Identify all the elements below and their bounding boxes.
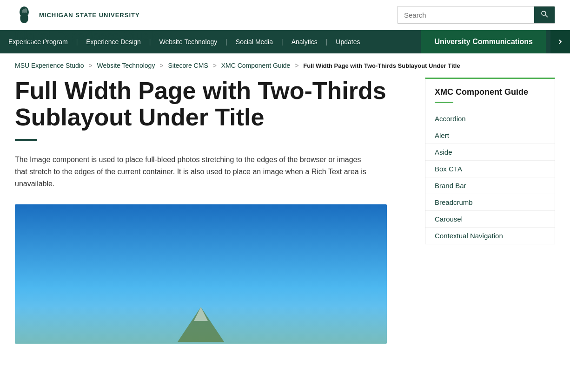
sidebar-item-alert[interactable]: Alert	[425, 127, 555, 144]
list-item: Accordion	[425, 111, 555, 127]
sidebar-item-accordion[interactable]: Accordion	[425, 111, 555, 127]
sidebar-item-brand-bar[interactable]: Brand Bar	[425, 177, 555, 194]
breadcrumb-sitecore-cms[interactable]: Sitecore CMS	[168, 62, 208, 69]
sidebar-item-breadcrumb[interactable]: Breadcrumb	[425, 194, 555, 211]
university-communications-label: University Communications	[434, 38, 533, 46]
sidebar-card: XMC Component Guide Accordion Alert Asid…	[425, 78, 555, 244]
breadcrumb-msu-experience-studio[interactable]: MSU Experience Studio	[15, 62, 84, 69]
search-icon	[541, 10, 548, 18]
sidebar-item-contextual-navigation[interactable]: Contextual Navigation	[425, 228, 555, 244]
svg-point-1	[542, 11, 546, 15]
list-item: Alert	[425, 127, 555, 144]
list-item: Box CTA	[425, 161, 555, 177]
svg-marker-4	[194, 307, 208, 321]
svg-line-2	[545, 15, 548, 17]
breadcrumb-sep-4: >	[295, 62, 298, 69]
search-button[interactable]	[534, 7, 555, 23]
breadcrumb-sep-2: >	[159, 62, 163, 69]
logo-text: MICHIGAN STATE UNIVERSITY	[39, 12, 140, 19]
sidebar-title-underline	[435, 102, 453, 103]
breadcrumb-website-technology[interactable]: Website Technology	[97, 62, 155, 69]
main-content: Full Width Page with Two-Thirds Sublayou…	[0, 78, 570, 362]
content-left: Full Width Page with Two-Thirds Sublayou…	[15, 78, 406, 344]
nav-item-analytics[interactable]: Analytics	[283, 31, 326, 53]
sidebar-item-aside[interactable]: Aside	[425, 144, 555, 161]
breadcrumb-current: Full Width Page with Two-Thirds Sublayou…	[303, 62, 460, 69]
logo-normal: UNIVERSITY	[97, 12, 140, 19]
list-item: Contextual Navigation	[425, 228, 555, 244]
logo-bold: MICHIGAN STATE	[39, 12, 97, 19]
breadcrumb-xmc-component-guide[interactable]: XMC Component Guide	[221, 62, 291, 69]
hero-image	[15, 204, 387, 344]
nav-item-website-technology[interactable]: Website Technology	[151, 31, 225, 53]
page-title: Full Width Page with Two-Thirds Sublayou…	[15, 78, 406, 131]
list-item: Carousel	[425, 211, 555, 228]
nav-item-social-media[interactable]: Social Media	[227, 31, 281, 53]
sidebar-item-carousel[interactable]: Carousel	[425, 211, 555, 228]
search-box	[397, 6, 555, 24]
sidebar-title: XMC Component Guide	[425, 79, 555, 102]
breadcrumb: MSU Experience Studio > Website Technolo…	[0, 53, 570, 78]
sidebar: XMC Component Guide Accordion Alert Asid…	[425, 78, 555, 344]
title-underline	[15, 139, 37, 141]
chevron-right-icon	[557, 39, 563, 45]
logo-area: MICHIGAN STATE UNIVERSITY	[15, 6, 140, 24]
msu-logo-icon	[15, 6, 33, 24]
breadcrumb-sep-3: >	[213, 62, 217, 69]
breadcrumb-sep-1: >	[89, 62, 93, 69]
list-item: Brand Bar	[425, 177, 555, 194]
mountain-icon	[173, 305, 229, 342]
sidebar-item-box-cta[interactable]: Box CTA	[425, 161, 555, 177]
site-header: MICHIGAN STATE UNIVERSITY Digital Experi…	[0, 0, 570, 30]
site-title: Digital Experience Studio	[15, 29, 161, 43]
list-item: Aside	[425, 144, 555, 161]
search-input[interactable]	[398, 7, 534, 23]
page-description: The Image component is used to place ful…	[15, 154, 368, 189]
sidebar-list: Accordion Alert Aside Box CTA Brand Bar …	[425, 111, 555, 244]
header-center: Digital Experience Studio	[15, 29, 161, 43]
university-communications-button[interactable]: University Communications	[421, 30, 546, 53]
nav-item-updates[interactable]: Updates	[327, 31, 368, 53]
university-communications-arrow[interactable]	[550, 30, 570, 53]
list-item: Breadcrumb	[425, 194, 555, 211]
